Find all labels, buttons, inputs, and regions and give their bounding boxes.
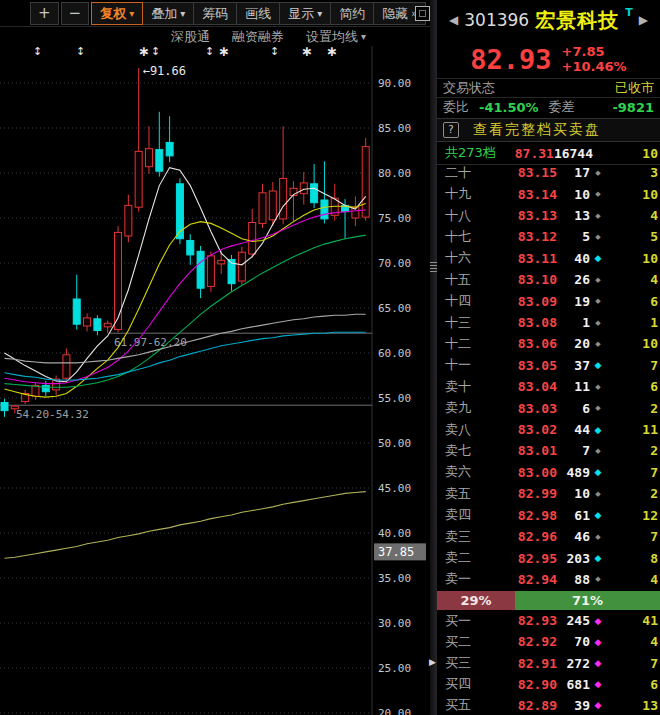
chevron-down-icon: ▾ [129,3,134,24]
sell-level-row[interactable]: 十六83.1140◆10 [437,248,660,269]
sell-level-row[interactable]: 十三83.081◆1 [437,312,660,333]
svg-text:90.00: 90.00 [378,77,411,90]
next-stock-arrow-icon[interactable]: ▶ [639,13,648,27]
buy-level-row[interactable]: 买五82.8939◆13 [437,695,660,715]
sell-level-row[interactable]: 十一83.0537◆7 [437,355,660,376]
level-order-count: 8 [606,551,658,566]
level-price: 83.00 [487,465,557,480]
level-label: 十四 [445,292,487,310]
toolbar-button-画线[interactable]: 画线 [237,2,280,25]
level-order-count: 5 [606,229,658,244]
sell-level-row[interactable]: 十五83.1026◆4 [437,269,660,290]
help-icon[interactable]: ? [443,122,459,138]
sell-level-row[interactable]: 卖五82.9910◆2 [437,483,660,504]
order-diamond-icon: ◆ [590,700,606,710]
sell-level-row[interactable]: 十九83.1410◆10 [437,183,660,204]
toolbar-button-显示[interactable]: 显示▾ [280,2,331,25]
toolbar-button-简约[interactable]: 简约 [331,2,374,25]
level-order-count: 41 [606,613,658,628]
level-volume: 26 [557,272,590,287]
sell-level-row[interactable]: 卖十83.0411◆6 [437,376,660,397]
fullscreen-icon[interactable] [415,6,430,21]
level-price: 82.93 [487,613,557,628]
level-label: 卖二 [445,549,487,567]
total-volume: 16744 [554,146,593,161]
panel-divider[interactable]: ▶ [430,0,437,715]
sell-level-row[interactable]: 十二83.0620◆10 [437,333,660,354]
level-price: 83.11 [487,251,557,266]
level-label: 十二 [445,335,487,353]
order-diamond-icon: ◆ [590,574,606,584]
summary-extra: 10 [608,146,658,161]
sell-level-row[interactable]: 二十83.1517◆3 [437,162,660,183]
level-label: 卖一 [445,570,487,588]
level-price: 82.95 [487,551,557,566]
chevron-down-icon: ▾ [361,28,366,45]
sell-level-row[interactable]: 卖一82.9488◆4 [437,569,660,590]
svg-text:45.00: 45.00 [378,482,411,495]
level-label: 卖六 [445,463,487,481]
chevron-down-icon: ▾ [317,3,322,24]
stock-code: 301396 [464,10,529,30]
sell-level-row[interactable]: 卖二82.95203◆8 [437,547,660,568]
sell-ratio: 29% [437,591,515,610]
sell-level-row[interactable]: 卖七83.017◆2 [437,440,660,461]
divider-grip-icon[interactable] [430,262,437,273]
toolbar-button-叠加[interactable]: 叠加▾ [143,2,194,25]
svg-text:25.00: 25.00 [378,662,411,675]
subnav-item-深股通[interactable]: 深股通 [171,28,210,45]
svg-text:35.00: 35.00 [378,572,411,585]
level-order-count: 4 [606,634,658,649]
level-label: 买四 [445,675,487,693]
level-volume: 13 [557,208,590,223]
level-price: 82.98 [487,508,557,523]
level-label: 十一 [445,356,487,374]
level-price: 83.10 [487,272,557,287]
full-orderbook-link[interactable]: ? 查看完整档买卖盘 [437,118,660,142]
chart-toolbar: +−复权▾叠加▾筹码画线显示▾简约隐藏» [30,2,426,25]
prev-stock-arrow-icon[interactable]: ◀ [449,13,458,27]
price-change: +7.85 [562,44,627,59]
buy-level-row[interactable]: 买一82.93245◆41 [437,610,660,631]
level-volume: 46 [557,529,590,544]
level-label: 十六 [445,249,487,267]
level-volume: 88 [557,572,590,587]
svg-text:61.97-62.20: 61.97-62.20 [114,336,187,349]
svg-text:65.00: 65.00 [378,302,411,315]
sell-level-row[interactable]: 卖四82.9861◆12 [437,505,660,526]
buy-level-row[interactable]: 买三82.91272◆7 [437,652,660,673]
candlestick-chart[interactable]: 90.0085.0080.0075.0070.0065.0060.0055.00… [0,46,430,715]
subnav-item-融资融券[interactable]: 融资融券 [232,28,284,45]
sell-levels: 二十83.1517◆3十九83.1410◆10十八83.1313◆4十七83.1… [437,162,660,590]
svg-text:50.00: 50.00 [378,437,411,450]
sell-level-row[interactable]: 卖八83.0244◆11 [437,419,660,440]
sell-level-row[interactable]: 十四83.0919◆6 [437,290,660,311]
buy-level-row[interactable]: 买二82.9270◆4 [437,631,660,652]
toolbar-button-−[interactable]: − [61,2,90,25]
level-order-count: 10 [606,251,658,266]
level-label: 十九 [445,185,487,203]
collapse-arrow-icon[interactable]: ▶ [429,653,436,671]
order-diamond-icon: ◆ [590,425,606,435]
level-price: 83.04 [487,379,557,394]
sell-level-row[interactable]: 十八83.1313◆4 [437,205,660,226]
toolbar-button-筹码[interactable]: 筹码 [194,2,237,25]
sell-level-row[interactable]: 卖三82.9646◆7 [437,526,660,547]
weibi-label: 委比 [443,98,469,116]
level-label: 十三 [445,314,487,332]
svg-text:70.00: 70.00 [378,257,411,270]
level-volume: 10 [557,187,590,202]
toolbar-button-复权[interactable]: 复权▾ [91,2,143,25]
level-price: 82.94 [487,572,557,587]
sell-level-row[interactable]: 卖六83.00489◆7 [437,462,660,483]
order-diamond-icon: ◆ [590,296,606,306]
sell-level-row[interactable]: 十七83.125◆5 [437,226,660,247]
buy-level-row[interactable]: 买四82.90681◆6 [437,674,660,695]
level-volume: 19 [557,294,590,309]
toolbar-button-+[interactable]: + [30,2,59,25]
level-label: 十八 [445,207,487,225]
sell-level-row[interactable]: 卖九83.036◆2 [437,397,660,418]
order-diamond-icon: ◆ [590,211,606,221]
trade-status-row: 交易状态 已收市 [437,78,660,97]
order-diamond-icon: ◆ [590,318,606,328]
